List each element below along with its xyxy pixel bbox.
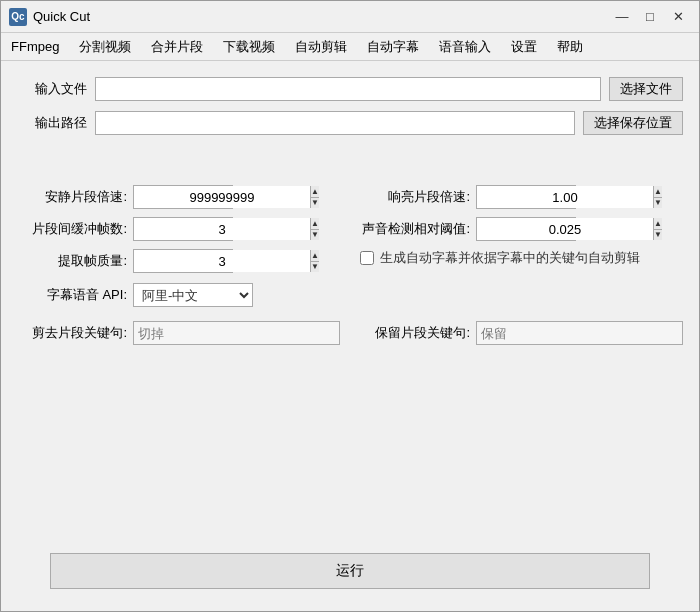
api-label: 字幕语音 API: xyxy=(17,286,127,304)
loud-speed-input[interactable] xyxy=(477,186,653,208)
frame-quality-input[interactable] xyxy=(134,250,310,272)
api-row: 字幕语音 API: 阿里-中文 xyxy=(17,283,683,307)
title-bar: Qc Quick Cut — □ ✕ xyxy=(1,1,699,33)
subtitle-checkbox-row: 生成自动字幕并依据字幕中的关键句自动剪辑 xyxy=(360,249,683,267)
keyword-keep-row: 保留片段关键句: xyxy=(360,321,683,345)
menu-download-video[interactable]: 下载视频 xyxy=(213,34,285,60)
audio-threshold-label: 声音检测相对阈值: xyxy=(360,220,470,238)
menu-ffmpeg[interactable]: FFmpeg xyxy=(1,35,69,58)
frame-quality-spinner: ▲ ▼ xyxy=(310,250,319,272)
menu-auto-subtitle[interactable]: 自动字幕 xyxy=(357,34,429,60)
loud-speed-up[interactable]: ▲ xyxy=(654,186,662,198)
buffer-frames-label: 片段间缓冲帧数: xyxy=(17,220,127,238)
subtitle-checkbox[interactable] xyxy=(360,251,374,265)
close-button[interactable]: ✕ xyxy=(665,6,691,28)
keyword-keep-label: 保留片段关键句: xyxy=(360,324,470,342)
input-file-field[interactable] xyxy=(95,77,601,101)
keyword-keep-input[interactable] xyxy=(476,321,683,345)
keyword-cut-input[interactable] xyxy=(133,321,340,345)
menu-bar: FFmpeg 分割视频 合并片段 下载视频 自动剪辑 自动字幕 语音输入 设置 … xyxy=(1,33,699,61)
audio-threshold-up[interactable]: ▲ xyxy=(654,218,662,230)
menu-settings[interactable]: 设置 xyxy=(501,34,547,60)
app-icon: Qc xyxy=(9,8,27,26)
menu-help[interactable]: 帮助 xyxy=(547,34,593,60)
audio-threshold-spinner: ▲ ▼ xyxy=(653,218,662,240)
loud-speed-input-wrap: ▲ ▼ xyxy=(476,185,576,209)
loud-speed-row: 响亮片段倍速: ▲ ▼ xyxy=(360,185,683,209)
silent-speed-row: 安静片段倍速: ▲ ▼ xyxy=(17,185,340,209)
window-controls: — □ ✕ xyxy=(609,6,691,28)
keyword-cut-row: 剪去片段关键句: xyxy=(17,321,340,345)
audio-threshold-input-wrap: ▲ ▼ xyxy=(476,217,576,241)
buffer-frames-up[interactable]: ▲ xyxy=(311,218,319,230)
silent-speed-input[interactable] xyxy=(134,186,310,208)
output-path-label: 输出路径 xyxy=(17,114,87,132)
menu-split-video[interactable]: 分割视频 xyxy=(69,34,141,60)
main-window: Qc Quick Cut — □ ✕ FFmpeg 分割视频 合并片段 下载视频… xyxy=(0,0,700,612)
audio-threshold-input[interactable] xyxy=(477,218,653,240)
loud-speed-spinner: ▲ ▼ xyxy=(653,186,662,208)
audio-threshold-down[interactable]: ▼ xyxy=(654,230,662,241)
run-button[interactable]: 运行 xyxy=(50,553,650,589)
buffer-frames-row: 片段间缓冲帧数: ▲ ▼ xyxy=(17,217,340,241)
run-section: 运行 xyxy=(17,543,683,599)
input-file-label: 输入文件 xyxy=(17,80,87,98)
silent-speed-input-wrap: ▲ ▼ xyxy=(133,185,233,209)
frame-quality-up[interactable]: ▲ xyxy=(311,250,319,262)
buffer-frames-input-wrap: ▲ ▼ xyxy=(133,217,233,241)
params-section: 安静片段倍速: ▲ ▼ 片段间缓冲帧数: ▲ xyxy=(17,185,683,273)
api-select[interactable]: 阿里-中文 xyxy=(133,283,253,307)
silent-speed-label: 安静片段倍速: xyxy=(17,188,127,206)
keyword-section: 剪去片段关键句: 保留片段关键句: xyxy=(17,321,683,345)
params-right: 响亮片段倍速: ▲ ▼ 声音检测相对阈值: ▲ xyxy=(360,185,683,273)
output-path-row: 输出路径 选择保存位置 xyxy=(17,111,683,135)
menu-voice-input[interactable]: 语音输入 xyxy=(429,34,501,60)
audio-threshold-row: 声音检测相对阈值: ▲ ▼ xyxy=(360,217,683,241)
frame-quality-label: 提取帧质量: xyxy=(17,252,127,270)
buffer-frames-input[interactable] xyxy=(134,218,310,240)
loud-speed-down[interactable]: ▼ xyxy=(654,198,662,209)
params-left: 安静片段倍速: ▲ ▼ 片段间缓冲帧数: ▲ xyxy=(17,185,340,273)
frame-quality-down[interactable]: ▼ xyxy=(311,262,319,273)
loud-speed-label: 响亮片段倍速: xyxy=(360,188,470,206)
menu-merge-clips[interactable]: 合并片段 xyxy=(141,34,213,60)
buffer-frames-spinner: ▲ ▼ xyxy=(310,218,319,240)
input-file-row: 输入文件 选择文件 xyxy=(17,77,683,101)
output-path-field[interactable] xyxy=(95,111,575,135)
keyword-cut-label: 剪去片段关键句: xyxy=(17,324,127,342)
buffer-frames-down[interactable]: ▼ xyxy=(311,230,319,241)
subtitle-checkbox-label: 生成自动字幕并依据字幕中的关键句自动剪辑 xyxy=(380,249,640,267)
maximize-button[interactable]: □ xyxy=(637,6,663,28)
frame-quality-input-wrap: ▲ ▼ xyxy=(133,249,233,273)
silent-speed-spinner: ▲ ▼ xyxy=(310,186,319,208)
minimize-button[interactable]: — xyxy=(609,6,635,28)
silent-speed-down[interactable]: ▼ xyxy=(311,198,319,209)
main-content: 输入文件 选择文件 输出路径 选择保存位置 安静片段倍速: ▲ xyxy=(1,61,699,611)
select-output-button[interactable]: 选择保存位置 xyxy=(583,111,683,135)
select-file-button[interactable]: 选择文件 xyxy=(609,77,683,101)
frame-quality-row: 提取帧质量: ▲ ▼ xyxy=(17,249,340,273)
menu-auto-cut[interactable]: 自动剪辑 xyxy=(285,34,357,60)
silent-speed-up[interactable]: ▲ xyxy=(311,186,319,198)
window-title: Quick Cut xyxy=(33,9,609,24)
